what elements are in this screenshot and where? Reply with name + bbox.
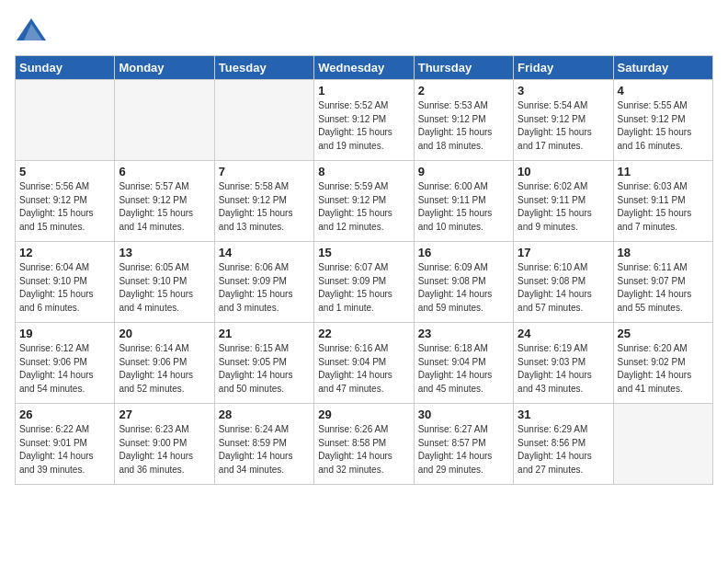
- day-number: 3: [518, 84, 609, 98]
- day-info: Sunrise: 6:06 AM Sunset: 9:09 PM Dayligh…: [219, 261, 310, 315]
- logo-icon: [15, 15, 48, 48]
- calendar-cell: 29Sunrise: 6:26 AM Sunset: 8:58 PM Dayli…: [314, 404, 414, 485]
- calendar-header-saturday: Saturday: [613, 56, 712, 80]
- calendar-header-thursday: Thursday: [414, 56, 513, 80]
- day-info: Sunrise: 6:03 AM Sunset: 9:11 PM Dayligh…: [618, 180, 709, 234]
- calendar-week-row: 12Sunrise: 6:04 AM Sunset: 9:10 PM Dayli…: [16, 242, 713, 323]
- day-info: Sunrise: 6:09 AM Sunset: 9:08 PM Dayligh…: [418, 261, 509, 315]
- day-info: Sunrise: 6:27 AM Sunset: 8:57 PM Dayligh…: [418, 423, 509, 477]
- calendar-cell: 2Sunrise: 5:53 AM Sunset: 9:12 PM Daylig…: [414, 80, 513, 161]
- calendar-cell: 7Sunrise: 5:58 AM Sunset: 9:12 PM Daylig…: [214, 161, 313, 242]
- day-info: Sunrise: 6:10 AM Sunset: 9:08 PM Dayligh…: [518, 261, 609, 315]
- day-number: 1: [318, 84, 409, 98]
- calendar-cell: 30Sunrise: 6:27 AM Sunset: 8:57 PM Dayli…: [414, 404, 513, 485]
- day-info: Sunrise: 5:58 AM Sunset: 9:12 PM Dayligh…: [219, 180, 310, 234]
- calendar-cell: 13Sunrise: 6:05 AM Sunset: 9:10 PM Dayli…: [115, 242, 214, 323]
- day-number: 27: [119, 408, 210, 421]
- day-number: 13: [119, 246, 210, 259]
- day-info: Sunrise: 6:19 AM Sunset: 9:03 PM Dayligh…: [518, 342, 609, 396]
- day-info: Sunrise: 6:29 AM Sunset: 8:56 PM Dayligh…: [518, 423, 609, 477]
- calendar-header-tuesday: Tuesday: [214, 56, 313, 80]
- day-info: Sunrise: 5:53 AM Sunset: 9:12 PM Dayligh…: [418, 99, 509, 153]
- page-header: [15, 15, 713, 48]
- day-number: 14: [219, 246, 310, 259]
- day-info: Sunrise: 6:24 AM Sunset: 8:59 PM Dayligh…: [219, 423, 310, 477]
- calendar-cell: [214, 80, 313, 161]
- day-info: Sunrise: 6:02 AM Sunset: 9:11 PM Dayligh…: [518, 180, 609, 234]
- day-info: Sunrise: 6:11 AM Sunset: 9:07 PM Dayligh…: [618, 261, 709, 315]
- calendar-week-row: 5Sunrise: 5:56 AM Sunset: 9:12 PM Daylig…: [16, 161, 713, 242]
- calendar-cell: 14Sunrise: 6:06 AM Sunset: 9:09 PM Dayli…: [214, 242, 313, 323]
- day-number: 18: [618, 246, 709, 259]
- day-info: Sunrise: 6:04 AM Sunset: 9:10 PM Dayligh…: [19, 261, 110, 315]
- calendar-cell: 18Sunrise: 6:11 AM Sunset: 9:07 PM Dayli…: [613, 242, 712, 323]
- day-info: Sunrise: 6:16 AM Sunset: 9:04 PM Dayligh…: [318, 342, 409, 396]
- day-info: Sunrise: 6:14 AM Sunset: 9:06 PM Dayligh…: [119, 342, 210, 396]
- calendar-cell: 12Sunrise: 6:04 AM Sunset: 9:10 PM Dayli…: [16, 242, 115, 323]
- day-number: 26: [19, 408, 110, 421]
- calendar-cell: 20Sunrise: 6:14 AM Sunset: 9:06 PM Dayli…: [115, 323, 214, 404]
- calendar-header-monday: Monday: [115, 56, 214, 80]
- calendar-cell: 23Sunrise: 6:18 AM Sunset: 9:04 PM Dayli…: [414, 323, 513, 404]
- calendar-cell: 21Sunrise: 6:15 AM Sunset: 9:05 PM Dayli…: [214, 323, 313, 404]
- day-info: Sunrise: 5:54 AM Sunset: 9:12 PM Dayligh…: [518, 99, 609, 153]
- day-info: Sunrise: 6:00 AM Sunset: 9:11 PM Dayligh…: [418, 180, 509, 234]
- calendar-week-row: 1Sunrise: 5:52 AM Sunset: 9:12 PM Daylig…: [16, 80, 713, 161]
- calendar-cell: 31Sunrise: 6:29 AM Sunset: 8:56 PM Dayli…: [514, 404, 613, 485]
- day-number: 24: [518, 327, 609, 340]
- day-number: 5: [19, 165, 110, 178]
- day-info: Sunrise: 5:52 AM Sunset: 9:12 PM Dayligh…: [318, 99, 409, 153]
- day-number: 4: [618, 84, 709, 98]
- day-info: Sunrise: 5:56 AM Sunset: 9:12 PM Dayligh…: [19, 180, 110, 234]
- day-number: 31: [518, 408, 609, 421]
- calendar-cell: 4Sunrise: 5:55 AM Sunset: 9:12 PM Daylig…: [613, 80, 712, 161]
- calendar-header-wednesday: Wednesday: [314, 56, 414, 80]
- day-number: 19: [19, 327, 110, 340]
- calendar-week-row: 19Sunrise: 6:12 AM Sunset: 9:06 PM Dayli…: [16, 323, 713, 404]
- day-info: Sunrise: 6:20 AM Sunset: 9:02 PM Dayligh…: [618, 342, 709, 396]
- calendar-week-row: 26Sunrise: 6:22 AM Sunset: 9:01 PM Dayli…: [16, 404, 713, 485]
- day-number: 6: [119, 165, 210, 178]
- day-number: 10: [518, 165, 609, 178]
- calendar-cell: 26Sunrise: 6:22 AM Sunset: 9:01 PM Dayli…: [16, 404, 115, 485]
- calendar-cell: 5Sunrise: 5:56 AM Sunset: 9:12 PM Daylig…: [16, 161, 115, 242]
- calendar-cell: 28Sunrise: 6:24 AM Sunset: 8:59 PM Dayli…: [214, 404, 313, 485]
- day-number: 29: [318, 408, 409, 421]
- day-number: 7: [219, 165, 310, 178]
- calendar-cell: 11Sunrise: 6:03 AM Sunset: 9:11 PM Dayli…: [613, 161, 712, 242]
- day-number: 22: [318, 327, 409, 340]
- calendar-cell: [115, 80, 214, 161]
- calendar-cell: 15Sunrise: 6:07 AM Sunset: 9:09 PM Dayli…: [314, 242, 414, 323]
- calendar-cell: 1Sunrise: 5:52 AM Sunset: 9:12 PM Daylig…: [314, 80, 414, 161]
- day-info: Sunrise: 6:22 AM Sunset: 9:01 PM Dayligh…: [19, 423, 110, 477]
- calendar-table: SundayMondayTuesdayWednesdayThursdayFrid…: [15, 55, 713, 485]
- calendar-cell: 3Sunrise: 5:54 AM Sunset: 9:12 PM Daylig…: [514, 80, 613, 161]
- calendar-cell: 19Sunrise: 6:12 AM Sunset: 9:06 PM Dayli…: [16, 323, 115, 404]
- day-info: Sunrise: 6:12 AM Sunset: 9:06 PM Dayligh…: [19, 342, 110, 396]
- logo: [15, 15, 51, 48]
- calendar-cell: 10Sunrise: 6:02 AM Sunset: 9:11 PM Dayli…: [514, 161, 613, 242]
- calendar-header-sunday: Sunday: [16, 56, 115, 80]
- day-number: 21: [219, 327, 310, 340]
- day-number: 2: [418, 84, 509, 98]
- day-info: Sunrise: 6:07 AM Sunset: 9:09 PM Dayligh…: [318, 261, 409, 315]
- calendar-cell: 25Sunrise: 6:20 AM Sunset: 9:02 PM Dayli…: [613, 323, 712, 404]
- day-info: Sunrise: 6:26 AM Sunset: 8:58 PM Dayligh…: [318, 423, 409, 477]
- day-number: 17: [518, 246, 609, 259]
- day-number: 30: [418, 408, 509, 421]
- calendar-cell: [16, 80, 115, 161]
- day-info: Sunrise: 5:55 AM Sunset: 9:12 PM Dayligh…: [618, 99, 709, 153]
- day-number: 16: [418, 246, 509, 259]
- calendar-cell: 27Sunrise: 6:23 AM Sunset: 9:00 PM Dayli…: [115, 404, 214, 485]
- day-number: 9: [418, 165, 509, 178]
- calendar-cell: 8Sunrise: 5:59 AM Sunset: 9:12 PM Daylig…: [314, 161, 414, 242]
- day-info: Sunrise: 5:59 AM Sunset: 9:12 PM Dayligh…: [318, 180, 409, 234]
- calendar-header-friday: Friday: [514, 56, 613, 80]
- calendar-cell: 22Sunrise: 6:16 AM Sunset: 9:04 PM Dayli…: [314, 323, 414, 404]
- day-number: 20: [119, 327, 210, 340]
- day-number: 12: [19, 246, 110, 259]
- day-number: 8: [318, 165, 409, 178]
- calendar-cell: 6Sunrise: 5:57 AM Sunset: 9:12 PM Daylig…: [115, 161, 214, 242]
- day-info: Sunrise: 6:23 AM Sunset: 9:00 PM Dayligh…: [119, 423, 210, 477]
- day-number: 11: [618, 165, 709, 178]
